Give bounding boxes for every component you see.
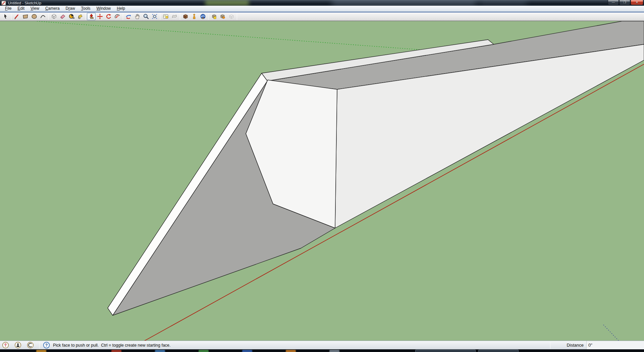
statusbar-separator — [550, 342, 550, 349]
person-figure-button[interactable] — [190, 13, 199, 20]
offset-tool-button[interactable] — [113, 13, 122, 20]
select-cursor-icon — [3, 13, 9, 19]
rotate-tool-button[interactable] — [104, 13, 113, 20]
push-pull-tool-button[interactable] — [87, 13, 96, 20]
toggle-terrain-button[interactable] — [170, 13, 179, 20]
toolbar-separator — [11, 13, 11, 20]
toolbar-separator — [123, 13, 123, 20]
pan-hand-icon — [134, 13, 140, 19]
menu-draw[interactable]: Draw — [63, 6, 78, 11]
get-models-button[interactable] — [210, 13, 218, 20]
taskbar-icon-glimpse — [329, 350, 339, 352]
taskbar-icon-glimpse — [36, 350, 46, 352]
preview-in-google-earth-button[interactable] — [199, 13, 207, 20]
move-icon — [97, 13, 103, 19]
rectangle-icon — [22, 13, 29, 19]
menu-camera[interactable]: Camera — [42, 6, 63, 11]
taskbar-icon-glimpse — [155, 350, 165, 352]
tape-measure-tool-button[interactable] — [67, 13, 76, 20]
title-bar: Untitled - SketchUp — ❐ ✕ — [0, 0, 644, 6]
measurement-label: Distance — [567, 343, 584, 348]
zoom-tool-button[interactable] — [142, 13, 150, 20]
status-bar: ? Pick face to push or pull. Ctrl = togg… — [0, 341, 644, 349]
offset-icon — [114, 13, 120, 19]
move-tool-button[interactable] — [96, 13, 104, 20]
add-location-icon — [163, 13, 169, 19]
restore-button[interactable]: ❐ — [619, 0, 630, 5]
google-earth-icon — [200, 13, 206, 19]
toolbar-separator — [86, 13, 86, 20]
taskbar-window-button-glimpse — [478, 350, 519, 352]
arc-tool-button[interactable] — [39, 13, 47, 20]
component-box-gray-icon — [228, 13, 234, 19]
share-component-button-disabled — [227, 13, 236, 20]
paint-bucket-icon — [77, 13, 83, 19]
circle-tool-button[interactable] — [30, 13, 39, 20]
taskbar-window-button-glimpse — [415, 350, 476, 352]
background-window-glimpse — [480, 0, 527, 6]
share-model-button[interactable] — [218, 13, 227, 20]
rectangle-tool-button[interactable] — [21, 13, 30, 20]
menu-window[interactable]: Window — [94, 6, 114, 11]
get-models-icon — [211, 13, 217, 19]
viewport-canvas[interactable] — [0, 21, 644, 341]
pencil-icon — [14, 13, 20, 19]
help-icon[interactable]: ? — [43, 342, 50, 349]
photo-textures-button[interactable] — [181, 13, 190, 20]
measurement-value-box[interactable]: 0" — [586, 341, 644, 349]
background-window-glimpse — [332, 0, 476, 6]
building-icon — [182, 13, 189, 19]
toolbar-separator — [208, 13, 209, 20]
orbit-tool-button[interactable] — [124, 13, 133, 20]
arc-icon — [40, 13, 46, 19]
zoom-extents-button[interactable] — [150, 13, 159, 20]
taskbar-icon-glimpse — [242, 350, 252, 352]
make-component-button[interactable] — [50, 13, 58, 20]
background-window-glimpse — [205, 0, 249, 6]
paint-bucket-tool-button[interactable] — [76, 13, 85, 20]
pan-tool-button[interactable] — [133, 13, 142, 20]
menu-edit[interactable]: Edit — [14, 6, 28, 11]
person-icon — [191, 13, 197, 19]
zoom-extents-icon — [152, 13, 158, 19]
component-box-icon — [51, 13, 57, 19]
statusbar-separator — [39, 342, 40, 349]
rotate-icon — [106, 13, 112, 19]
modeling-viewport[interactable] — [0, 21, 644, 341]
geolocation-status-icon[interactable] — [2, 342, 9, 349]
window-title: Untitled - SketchUp — [8, 1, 41, 5]
share-model-icon — [220, 13, 226, 19]
menu-file[interactable]: File — [2, 6, 14, 11]
close-button[interactable]: ✕ — [631, 0, 643, 5]
toolbar-separator — [180, 13, 180, 20]
toolbar-separator — [48, 13, 49, 20]
eraser-tool-button[interactable] — [58, 13, 67, 20]
circle-icon — [31, 13, 37, 19]
taskbar-icon-glimpse — [286, 350, 296, 352]
tape-measure-icon — [68, 13, 74, 19]
orbit-icon — [125, 13, 131, 19]
sign-in-status-icon[interactable] — [27, 342, 34, 349]
svg-text:?: ? — [45, 343, 48, 348]
status-message: Pick face to push or pull. Ctrl = toggle… — [53, 343, 171, 348]
credit-attribution-status-icon[interactable] — [14, 342, 21, 349]
push-pull-icon — [88, 13, 94, 19]
menu-view[interactable]: View — [28, 6, 42, 11]
taskbar-icon-glimpse — [111, 350, 121, 352]
toolbar-separator — [160, 13, 160, 20]
line-tool-button[interactable] — [12, 13, 21, 20]
magnifier-icon — [143, 13, 149, 19]
taskbar-icon-glimpse — [199, 350, 209, 352]
getting-started-toolbar — [0, 12, 644, 21]
terrain-sheet-icon — [171, 13, 177, 19]
toolbar-separator — [237, 13, 237, 20]
select-tool-button[interactable] — [1, 13, 10, 20]
menu-bar: File Edit View Camera Draw Tools Window … — [0, 6, 644, 12]
add-location-button[interactable] — [161, 13, 170, 20]
eraser-icon — [60, 13, 66, 19]
menu-help[interactable]: Help — [114, 6, 128, 11]
menu-tools[interactable]: Tools — [78, 6, 94, 11]
windows-taskbar-edge[interactable] — [0, 349, 644, 352]
minimize-button[interactable]: — — [608, 0, 619, 5]
sketchup-app-icon — [1, 1, 6, 5]
